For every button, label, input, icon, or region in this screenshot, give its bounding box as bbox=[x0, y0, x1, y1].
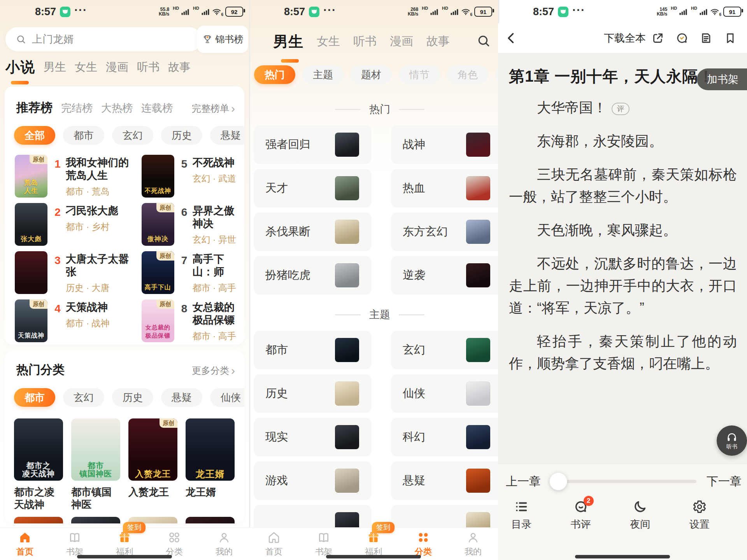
tag-card[interactable]: 天才 bbox=[254, 169, 372, 208]
book-list-item[interactable]: 原创 傲神决 6 异界之傲神决 玄幻 · 异世 bbox=[142, 203, 244, 246]
comment-bubble-icon[interactable] bbox=[675, 32, 689, 45]
more-categories-link[interactable]: 更多分类› bbox=[192, 364, 235, 377]
bookmark-icon[interactable] bbox=[724, 32, 737, 45]
category-tab-2[interactable]: 听书 bbox=[353, 33, 377, 52]
rec-chip[interactable]: 历史 bbox=[161, 126, 202, 145]
reader-nav-review[interactable]: 2 书评 bbox=[571, 499, 591, 531]
chapter-paragraph: 三块无名墓碑前，秦天策如标枪一般，站了整整三个小时。 bbox=[509, 163, 737, 208]
home-tab-4[interactable]: 听书 bbox=[137, 60, 160, 77]
filter-chip[interactable]: 风 bbox=[495, 65, 498, 84]
filter-chip[interactable]: 热门 bbox=[254, 65, 295, 84]
category-tab-0[interactable]: 男生 bbox=[273, 32, 303, 52]
book-cover: 原创 傲神决 bbox=[142, 203, 174, 246]
hot-chip[interactable]: 玄幻 bbox=[63, 388, 104, 407]
rec-chip[interactable]: 玄幻 bbox=[112, 126, 153, 145]
nav-item-home[interactable]: 首页 bbox=[249, 528, 299, 560]
home-tab-1[interactable]: 男生 bbox=[44, 60, 66, 77]
rec-tab[interactable]: 大热榜 bbox=[101, 101, 133, 115]
tag-card[interactable]: 逆袭 bbox=[391, 256, 498, 295]
next-chapter-button[interactable]: 下一章 bbox=[707, 474, 742, 490]
search-input[interactable]: 上门龙婿 bbox=[5, 27, 202, 51]
paragraph-comment-badge[interactable]: 评 bbox=[612, 103, 630, 115]
hot-book-item[interactable]: 都市镇国神医 都市镇国神医 bbox=[71, 418, 120, 511]
hot-title: 热门分类 bbox=[16, 362, 65, 378]
rec-tab[interactable]: 连载榜 bbox=[141, 101, 173, 115]
cover-title-text: 女总裁的极品保镖 bbox=[142, 323, 174, 340]
book-list-item[interactable]: 张大彪 2 刁民张大彪 都市 · 乡村 bbox=[15, 203, 139, 246]
hot-book-item[interactable]: 都市之凌天战神 都市之凌天战神 bbox=[14, 418, 63, 511]
rec-tab[interactable]: 完结榜 bbox=[61, 101, 93, 115]
cover-title-text: 都市之凌天战神 bbox=[14, 462, 63, 478]
hot-book-item[interactable]: 龙王婿 龙王婿 bbox=[186, 418, 235, 511]
filter-chip[interactable]: 主题 bbox=[302, 65, 344, 84]
reader-nav-toc[interactable]: 目录 bbox=[511, 499, 531, 531]
book-thumbnail bbox=[466, 338, 490, 362]
tag-card[interactable] bbox=[391, 505, 498, 527]
back-icon[interactable] bbox=[504, 31, 518, 45]
book-list-item[interactable]: 原创 高手下山 7 高手下山：师姐，我不想 都市 · 高手 bbox=[142, 251, 244, 294]
book-list-item[interactable]: 原创 天策战神 4 天策战神 都市 · 战神 bbox=[15, 299, 139, 342]
tag-card[interactable]: 扮猪吃虎 bbox=[254, 256, 372, 295]
book-ranking-button[interactable]: 锦书榜 bbox=[197, 26, 248, 53]
reader-nav-gear[interactable]: 设置 bbox=[689, 499, 710, 531]
tag-card[interactable]: 现实 bbox=[254, 418, 372, 457]
tag-card[interactable]: 历史 bbox=[254, 374, 372, 413]
tag-card[interactable]: 东方玄幻 bbox=[391, 212, 498, 251]
tag-card[interactable]: 仙侠 bbox=[391, 374, 498, 413]
rec-chip[interactable]: 都市 bbox=[63, 126, 104, 145]
hot-chip[interactable]: 都市 bbox=[14, 388, 55, 407]
add-to-shelf-button[interactable]: 加书架 bbox=[697, 68, 747, 90]
full-ranking-link[interactable]: 完整榜单› bbox=[192, 102, 235, 115]
filter-chip[interactable]: 角色 bbox=[447, 65, 488, 84]
book-list-item[interactable]: 原创 荒岛人生 1 我和女神们的荒岛人生 都市 · 荒岛 bbox=[15, 155, 139, 198]
home-tab-0[interactable]: 小说 bbox=[5, 58, 35, 77]
book-list-item[interactable]: 3 大唐太子太嚣张 历史 · 大唐 bbox=[15, 251, 139, 294]
book-cover: 不死战神 bbox=[142, 155, 174, 198]
notes-icon[interactable] bbox=[700, 32, 713, 45]
progress-slider[interactable] bbox=[551, 480, 696, 483]
triple-screenshot-stage: 8:57 ··· 55.8KB/s HD HD 6 92 上门龙婿 锦书榜 小说… bbox=[0, 0, 747, 560]
tag-label: 历史 bbox=[265, 386, 288, 401]
hd-label: HD bbox=[422, 6, 428, 10]
chapter-title: 第1章 一别十年，天人永隔！ bbox=[509, 66, 714, 87]
hot-book-item[interactable]: 原创 入赘龙王 入赘龙王 bbox=[128, 418, 177, 511]
hot-chip[interactable]: 历史 bbox=[112, 388, 153, 407]
tag-card[interactable]: 都市 bbox=[254, 331, 372, 369]
hot-chip[interactable]: 悬疑 bbox=[161, 388, 202, 407]
search-placeholder: 上门龙婿 bbox=[32, 32, 74, 46]
home-tab-3[interactable]: 漫画 bbox=[106, 60, 128, 77]
tag-card[interactable] bbox=[254, 505, 372, 527]
home-tab-5[interactable]: 故事 bbox=[168, 60, 191, 77]
tag-card[interactable]: 游戏 bbox=[254, 461, 372, 500]
search-icon[interactable] bbox=[476, 33, 491, 48]
hot-chip[interactable]: 仙侠 bbox=[210, 388, 244, 407]
slider-knob[interactable] bbox=[549, 472, 567, 490]
tag-card[interactable]: 悬疑 bbox=[391, 461, 498, 500]
tag-card[interactable]: 科幻 bbox=[391, 418, 498, 457]
tag-card[interactable]: 玄幻 bbox=[391, 331, 498, 369]
download-full-book-button[interactable]: 下载全本 bbox=[604, 31, 646, 45]
nav-item-user[interactable]: 我的 bbox=[199, 528, 249, 560]
book-list-item[interactable]: 原创 女总裁的极品保镖 8 女总裁的极品保镖 都市 · 高手 bbox=[142, 299, 244, 342]
prev-chapter-button[interactable]: 上一章 bbox=[506, 474, 541, 490]
book-list-item[interactable]: 不死战神 5 不死战神 玄幻 · 武道 bbox=[142, 155, 244, 198]
filter-chip[interactable]: 情节 bbox=[399, 65, 440, 84]
nav-item-user[interactable]: 我的 bbox=[448, 528, 498, 560]
rec-tab-active[interactable]: 推荐榜 bbox=[16, 100, 53, 116]
tag-card[interactable]: 杀伐果断 bbox=[254, 212, 372, 251]
rank-number: 3 bbox=[53, 254, 63, 294]
nav-item-home[interactable]: 首页 bbox=[0, 528, 50, 560]
rec-chip[interactable]: 悬疑 bbox=[210, 126, 244, 145]
rec-chip[interactable]: 全部 bbox=[14, 126, 55, 145]
category-tab-4[interactable]: 故事 bbox=[426, 33, 450, 52]
tag-card[interactable]: 热血 bbox=[391, 169, 498, 208]
share-icon[interactable] bbox=[651, 32, 665, 45]
category-tab-3[interactable]: 漫画 bbox=[390, 33, 413, 52]
filter-chip[interactable]: 题材 bbox=[351, 65, 392, 84]
tag-card[interactable]: 战神 bbox=[391, 125, 498, 164]
category-tab-1[interactable]: 女生 bbox=[317, 33, 340, 52]
reader-nav-moon[interactable]: 夜间 bbox=[630, 499, 650, 531]
listen-floating-button[interactable]: 听书 bbox=[717, 425, 747, 456]
tag-card[interactable]: 强者回归 bbox=[254, 125, 372, 164]
home-tab-2[interactable]: 女生 bbox=[75, 60, 97, 77]
